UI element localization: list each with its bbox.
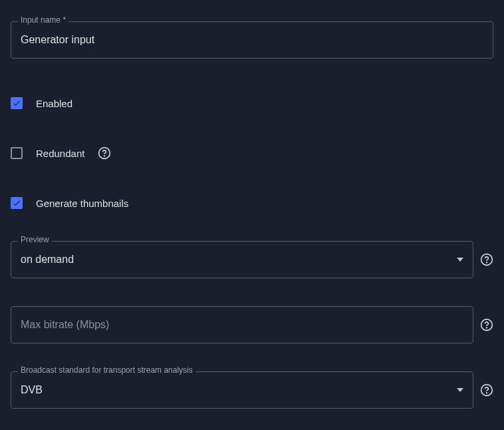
preview-label: Preview [18, 236, 52, 244]
broadcast-standard-value: DVB [21, 384, 451, 396]
checkmark-icon [12, 198, 21, 208]
broadcast-standard-label: Broadcast standard for transport stream … [18, 366, 195, 374]
help-icon[interactable] [480, 253, 493, 266]
broadcast-standard-select[interactable]: Broadcast standard for transport stream … [11, 371, 473, 409]
input-name-input[interactable] [21, 34, 483, 46]
max-bitrate-input[interactable] [21, 319, 463, 331]
preview-value: on demand [21, 254, 451, 266]
help-icon[interactable] [98, 146, 111, 160]
max-bitrate-field[interactable] [11, 306, 473, 343]
svg-point-5 [487, 327, 487, 328]
generate-thumbnails-label: Generate thumbnails [36, 198, 128, 209]
help-icon[interactable] [480, 318, 493, 331]
svg-point-3 [487, 262, 487, 263]
help-icon[interactable] [480, 383, 493, 397]
checkmark-icon [12, 99, 21, 108]
input-name-label: Input name * [18, 16, 68, 24]
chevron-down-icon [457, 387, 463, 393]
preview-select[interactable]: Preview on demand [11, 241, 473, 278]
chevron-down-icon [457, 256, 463, 263]
enabled-checkbox[interactable] [11, 97, 23, 109]
redundant-checkbox[interactable] [11, 147, 23, 159]
redundant-label: Redundant [36, 148, 84, 159]
svg-point-7 [487, 393, 487, 393]
enabled-label: Enabled [36, 98, 72, 109]
input-name-field[interactable]: Input name * [11, 21, 493, 59]
generate-thumbnails-checkbox[interactable] [11, 197, 23, 209]
svg-point-1 [104, 156, 105, 156]
